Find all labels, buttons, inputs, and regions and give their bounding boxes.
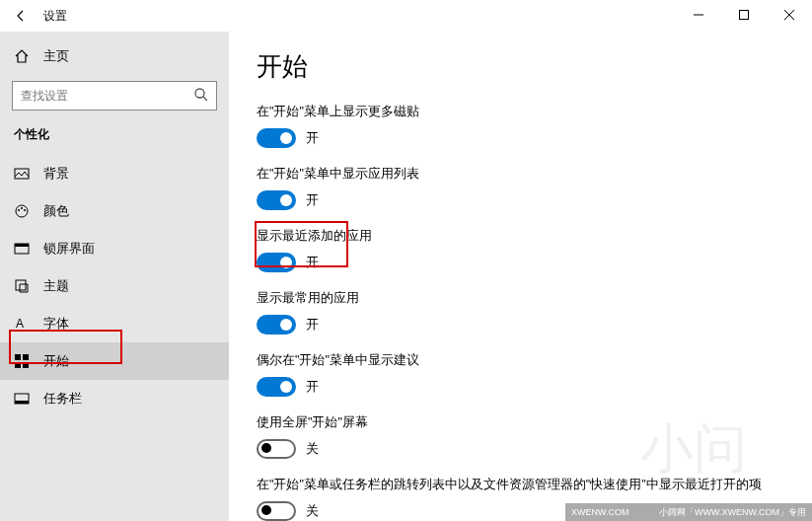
search-input[interactable] [12, 81, 217, 111]
svg-rect-15 [15, 354, 21, 360]
svg-point-8 [18, 209, 20, 211]
toggle-state: 开 [306, 379, 319, 396]
sidebar-item-label: 背景 [43, 165, 69, 183]
sidebar-item-fonts[interactable]: A 字体 [0, 305, 229, 342]
setting-label: 使用全屏"开始"屏幕 [257, 414, 784, 431]
font-icon: A [14, 316, 30, 332]
toggle[interactable] [257, 315, 296, 335]
content: 开始 在"开始"菜单上显示更多磁贴开在"开始"菜单中显示应用列表开显示最近添加的… [229, 32, 812, 521]
palette-icon [14, 203, 30, 219]
svg-point-9 [21, 207, 23, 209]
start-icon [14, 353, 30, 369]
svg-rect-12 [15, 244, 29, 247]
search-icon [193, 87, 209, 103]
svg-rect-1 [740, 11, 749, 20]
home-label: 主页 [43, 47, 69, 65]
toggle[interactable] [257, 501, 296, 521]
toggle[interactable] [257, 439, 296, 459]
sidebar-item-lockscreen[interactable]: 锁屏界面 [0, 230, 229, 267]
maximize-button[interactable] [721, 0, 767, 30]
sidebar-item-label: 主题 [43, 277, 69, 295]
titlebar: 设置 [0, 0, 812, 32]
titlebar-title: 设置 [43, 8, 67, 25]
toggle-state: 开 [306, 317, 319, 334]
sidebar-item-background[interactable]: 背景 [0, 155, 229, 192]
section-title: 个性化 [0, 124, 229, 155]
toggle[interactable] [257, 190, 296, 210]
taskbar-icon [14, 391, 30, 407]
setting-2: 显示最近添加的应用开 [257, 228, 784, 272]
search-wrap [12, 81, 217, 111]
lockscreen-icon [14, 241, 30, 257]
window-controls [676, 0, 812, 30]
sidebar-item-taskbar[interactable]: 任务栏 [0, 380, 229, 417]
setting-label: 在"开始"菜单上显示更多磁贴 [257, 104, 784, 120]
setting-6: 在"开始"菜单或任务栏的跳转列表中以及文件资源管理器的"快速使用"中显示最近打开… [257, 477, 784, 521]
toggle[interactable] [257, 253, 296, 272]
svg-point-4 [195, 89, 204, 98]
setting-3: 显示最常用的应用开 [257, 290, 784, 335]
toggle-state: 开 [306, 130, 319, 147]
setting-label: 在"开始"菜单或任务栏的跳转列表中以及文件资源管理器的"快速使用"中显示最近打开… [257, 477, 784, 493]
setting-label: 偶尔在"开始"菜单中显示建议 [257, 352, 784, 369]
sidebar-item-label: 任务栏 [43, 390, 82, 408]
toggle-state: 开 [306, 192, 319, 209]
setting-label: 在"开始"菜单中显示应用列表 [257, 166, 784, 183]
svg-rect-18 [23, 362, 29, 368]
sidebar-item-colors[interactable]: 颜色 [0, 192, 229, 230]
sidebar-item-themes[interactable]: 主题 [0, 267, 229, 305]
image-icon [14, 166, 30, 182]
setting-1: 在"开始"菜单中显示应用列表开 [257, 166, 784, 210]
toggle[interactable] [257, 377, 296, 397]
sidebar-item-start[interactable]: 开始 [0, 342, 229, 380]
svg-point-10 [24, 209, 26, 211]
sidebar: 主页 个性化 背景 颜色 锁屏界面 主题 A 字体 开始 [0, 32, 229, 521]
sidebar-item-label: 字体 [43, 315, 69, 333]
close-button[interactable] [767, 0, 812, 30]
sidebar-item-label: 颜色 [43, 202, 69, 220]
setting-4: 偶尔在"开始"菜单中显示建议开 [257, 352, 784, 397]
home-button[interactable]: 主页 [0, 39, 229, 77]
sidebar-item-label: 开始 [43, 352, 69, 370]
minimize-button[interactable] [676, 0, 721, 30]
svg-rect-20 [15, 401, 29, 404]
home-icon [14, 48, 30, 64]
setting-0: 在"开始"菜单上显示更多磁贴开 [257, 104, 784, 148]
toggle-state: 关 [306, 441, 319, 458]
theme-icon [14, 278, 30, 294]
svg-text:A: A [16, 317, 24, 331]
nav: 背景 颜色 锁屏界面 主题 A 字体 开始 任务栏 [0, 155, 229, 417]
svg-rect-17 [15, 362, 21, 368]
toggle-state: 开 [306, 255, 319, 271]
svg-point-7 [16, 205, 28, 217]
page-title: 开始 [257, 49, 784, 84]
svg-rect-16 [23, 354, 29, 360]
svg-line-5 [203, 97, 207, 101]
toggle[interactable] [257, 128, 296, 148]
toggle-state: 关 [306, 503, 319, 520]
back-button[interactable] [12, 7, 30, 25]
setting-5: 使用全屏"开始"屏幕关 [257, 414, 784, 459]
setting-label: 显示最近添加的应用 [257, 228, 784, 245]
sidebar-item-label: 锁屏界面 [43, 240, 95, 258]
setting-label: 显示最常用的应用 [257, 290, 784, 307]
svg-rect-13 [16, 280, 26, 290]
